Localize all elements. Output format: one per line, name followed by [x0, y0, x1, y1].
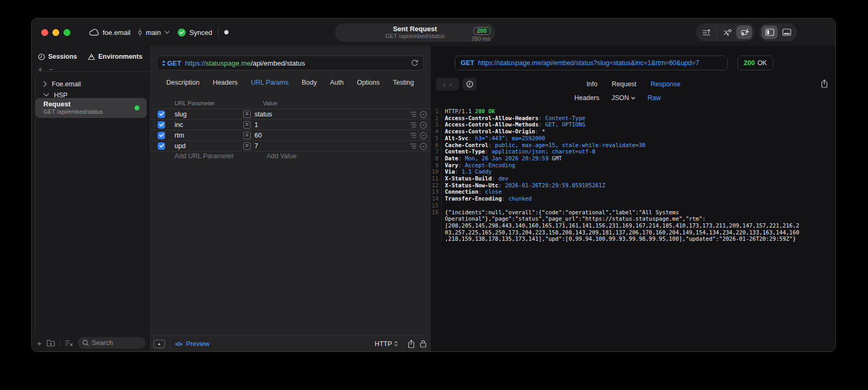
sent-request-pill[interactable]: Sent Request GET /api/embed/status 200 2… — [335, 23, 495, 42]
request-url-bar[interactable]: GET https://statuspage.me/api/embed/stat… — [157, 56, 424, 70]
history-button[interactable] — [462, 78, 477, 90]
code-line: 2Access-Control-Allow-Headers: Content-T… — [432, 115, 835, 122]
header-colon: : — [485, 148, 492, 155]
request-tab-options[interactable]: Options — [357, 79, 380, 86]
param-checkbox[interactable] — [158, 111, 165, 118]
remove-param-icon[interactable] — [420, 122, 427, 129]
line-number: 11 — [432, 175, 442, 182]
back-button[interactable]: ‹ — [443, 80, 445, 88]
method-select-arrows-icon[interactable] — [162, 60, 166, 66]
tab-sessions[interactable]: Sessions — [38, 53, 77, 60]
send-receive-button[interactable] — [736, 25, 752, 39]
row-actions-icon[interactable] — [410, 112, 416, 117]
add-request-button[interactable]: + — [37, 339, 42, 348]
request-tab-body[interactable]: Body — [301, 79, 317, 86]
protocol-select[interactable]: HTTP — [374, 340, 398, 348]
request-tab-headers[interactable]: Headers — [213, 79, 237, 86]
param-table-header: URL Parameter Value — [149, 100, 431, 107]
header-colon: : — [458, 162, 465, 168]
header-value: dev — [498, 175, 508, 182]
project-name[interactable]: foe.email — [103, 29, 131, 37]
row-actions-icon[interactable] — [410, 122, 416, 128]
equals-badge: = — [243, 111, 251, 118]
param-checkbox[interactable] — [158, 121, 165, 129]
request-tab-auth[interactable]: Auth — [330, 79, 344, 86]
collapse-editor-button[interactable]: ▲ — [153, 340, 165, 348]
tab-environments[interactable]: Environments — [88, 53, 142, 60]
tab-sessions-label: Sessions — [48, 53, 77, 60]
sync-status-label[interactable]: Synced — [189, 29, 212, 37]
share-icon[interactable] — [408, 340, 415, 348]
header-value: Mon, 26 Jan 2026 20:29:59 — [465, 155, 549, 161]
titlebar: foe.email main Synced Sent Request GET /… — [32, 19, 835, 46]
code-line: 14Transfer-Encoding: chunked — [432, 195, 835, 202]
request-item-subtitle: GET /api/embed/status — [43, 108, 103, 115]
response-tab-request[interactable]: Request — [612, 78, 637, 90]
response-url-bar[interactable]: GET https://statuspage.me/api/embed/stat… — [455, 56, 728, 70]
remove-param-icon[interactable] — [420, 111, 427, 118]
line-number: 15 — [432, 202, 442, 209]
line-number: 3 — [432, 121, 442, 128]
response-tab-info[interactable]: Info — [587, 78, 598, 90]
line-number: 9 — [432, 162, 442, 169]
add-param-value-placeholder[interactable]: Add Value — [267, 152, 297, 160]
close-window-button[interactable] — [41, 29, 48, 36]
header-colon: : — [488, 142, 495, 148]
param-value-field[interactable]: status — [254, 111, 272, 118]
add-param-name-placeholder[interactable]: Add URL Parameter — [175, 152, 234, 160]
history-nav: ‹ › — [436, 78, 459, 90]
clock-icon — [38, 53, 45, 60]
request-tab-testing[interactable]: Testing — [393, 79, 414, 86]
toggle-bottom-panel-button[interactable] — [779, 25, 794, 39]
url-path: /api/embed/status — [251, 59, 305, 67]
param-name-field[interactable]: upd — [175, 142, 243, 150]
flow-button[interactable] — [719, 25, 735, 39]
session-tree: Foe.email HSP Request GET /api/embed/sta… — [35, 71, 149, 334]
minimize-window-button[interactable] — [52, 29, 59, 36]
response-subtab-json[interactable]: JSON — [611, 94, 635, 102]
param-name-field[interactable]: rtm — [175, 132, 243, 139]
forward-button[interactable]: › — [450, 80, 452, 88]
request-tab-description[interactable]: Description — [167, 79, 200, 86]
lock-icon[interactable] — [420, 340, 426, 348]
branch-name[interactable]: main — [146, 29, 161, 37]
row-actions-icon[interactable] — [410, 143, 416, 149]
add-param-row[interactable]: Add URL Parameter Add Value — [149, 152, 431, 161]
response-subtab-raw[interactable]: Raw — [647, 94, 661, 102]
reload-icon[interactable] — [411, 59, 418, 67]
param-value-field[interactable]: 60 — [254, 132, 262, 139]
param-checkbox[interactable] — [158, 132, 165, 139]
new-folder-icon[interactable] — [47, 340, 55, 347]
request-tab-url-params[interactable]: URL Params — [251, 79, 288, 86]
export-response-icon[interactable] — [821, 79, 828, 88]
filter-list-icon[interactable] — [65, 340, 73, 346]
branch-icon — [138, 29, 142, 37]
export-list-button[interactable] — [699, 25, 715, 39]
tree-item-foe-email[interactable]: Foe.email — [35, 78, 149, 89]
response-subtab-headers[interactable]: Headers — [574, 94, 599, 102]
preview-button[interactable]: </> Preview — [175, 340, 209, 348]
chevron-down-icon[interactable] — [165, 31, 170, 34]
param-value-field[interactable]: 7 — [254, 142, 258, 150]
response-raw-view[interactable]: 1HTTP/1.1 200 OK2Access-Control-Allow-He… — [432, 108, 835, 351]
header-colon: : — [538, 121, 545, 128]
status-line-status: 200 OK — [475, 108, 495, 114]
footer-divider — [403, 340, 403, 348]
remove-param-icon[interactable] — [420, 143, 427, 150]
toggle-sidebar-button[interactable] — [762, 25, 778, 39]
header-name: Via — [445, 168, 455, 175]
group-divider — [717, 28, 717, 37]
response-tab-response[interactable]: Response — [651, 78, 680, 90]
zoom-window-button[interactable] — [63, 29, 70, 36]
param-value-field[interactable]: 1 — [254, 121, 258, 129]
method-select[interactable]: GET — [167, 59, 181, 67]
row-actions-icon[interactable] — [410, 133, 416, 138]
response-status-text: OK — [757, 59, 767, 67]
search-input[interactable]: Search — [78, 337, 145, 349]
param-name-field[interactable]: slug — [175, 111, 243, 118]
remove-param-icon[interactable] — [420, 132, 427, 139]
param-name-field[interactable]: inc — [175, 121, 243, 129]
line-text: {"incidents":null,"overall":{"code":"ope… — [442, 209, 802, 243]
param-checkbox[interactable] — [158, 142, 165, 150]
request-list-item-selected[interactable]: Request GET /api/embed/status — [35, 98, 147, 118]
